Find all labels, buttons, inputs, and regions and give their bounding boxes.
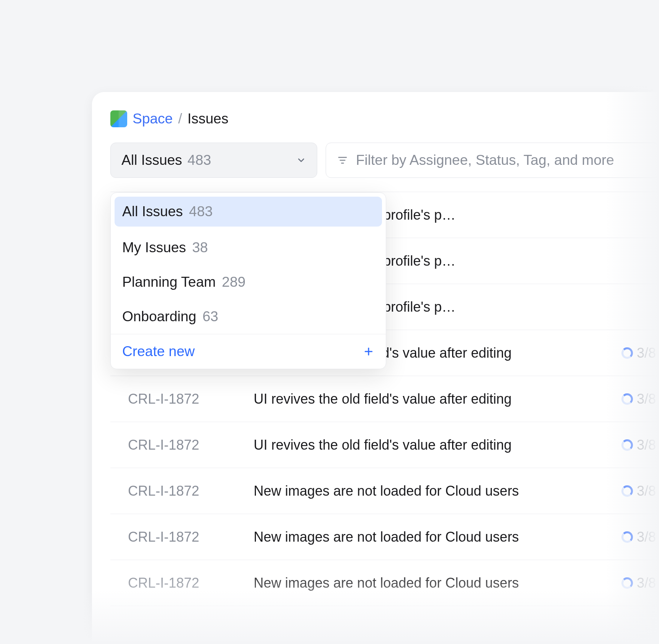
scope-option-count: 483 bbox=[189, 204, 213, 220]
progress-text: 3/8 bbox=[637, 575, 656, 591]
breadcrumb-root-link[interactable]: Space bbox=[133, 111, 173, 127]
filter-icon bbox=[337, 154, 348, 166]
create-new-scope[interactable]: Create new bbox=[111, 334, 386, 369]
scope-option-name: My Issues bbox=[122, 240, 186, 256]
scope-option-count: 289 bbox=[222, 274, 246, 290]
issue-progress: 3/8 bbox=[621, 391, 659, 407]
issue-title: UI revives the old field's value after e… bbox=[254, 391, 603, 407]
filter-input[interactable] bbox=[356, 152, 648, 168]
issue-row[interactable]: CRL-I-1872New images are not loaded for … bbox=[110, 468, 659, 514]
progress-text: 3/8 bbox=[637, 345, 656, 361]
toolbar: All Issues 483 bbox=[110, 143, 659, 178]
issue-progress: 3/8 bbox=[621, 529, 659, 545]
progress-spinner-icon bbox=[621, 577, 633, 589]
issue-title: New images are not loaded for Cloud user… bbox=[254, 483, 603, 499]
issue-id: CRL-I-1872 bbox=[128, 437, 235, 453]
breadcrumb-separator: / bbox=[178, 111, 182, 127]
scope-option-count: 63 bbox=[202, 309, 218, 325]
app-logo-icon bbox=[110, 110, 127, 127]
progress-spinner-icon bbox=[621, 439, 633, 451]
issue-id: CRL-I-1872 bbox=[128, 529, 235, 545]
progress-spinner-icon bbox=[621, 347, 633, 359]
issue-row[interactable]: CRL-I-1872New images are not loaded for … bbox=[110, 514, 659, 560]
scope-option[interactable]: Onboarding63 bbox=[111, 299, 386, 334]
issue-progress: 3/8 bbox=[621, 345, 659, 361]
issue-id: CRL-I-1872 bbox=[128, 483, 235, 499]
issue-progress: 3/8 bbox=[621, 575, 659, 591]
filter-bar[interactable] bbox=[326, 143, 659, 178]
progress-spinner-icon bbox=[621, 393, 633, 405]
progress-text: 3/8 bbox=[637, 437, 656, 453]
issue-title: UI revives the old field's value after e… bbox=[254, 437, 603, 453]
progress-spinner-icon bbox=[621, 485, 633, 497]
scope-option[interactable]: Planning Team289 bbox=[111, 265, 386, 299]
progress-text: 3/8 bbox=[637, 391, 656, 407]
scope-option-name: All Issues bbox=[122, 204, 183, 220]
breadcrumb-current: Issues bbox=[187, 111, 228, 127]
scope-option[interactable]: All Issues483 bbox=[115, 197, 382, 227]
breadcrumb: Space / Issues bbox=[110, 110, 659, 127]
progress-text: 3/8 bbox=[637, 529, 656, 545]
issue-progress: 3/8 bbox=[621, 483, 659, 499]
scope-option-count: 38 bbox=[192, 240, 208, 256]
create-new-label: Create new bbox=[122, 343, 195, 360]
issue-id: CRL-I-1872 bbox=[128, 575, 235, 591]
scope-option-name: Onboarding bbox=[122, 309, 196, 325]
issue-id: CRL-I-1872 bbox=[128, 391, 235, 407]
scope-label: All Issues bbox=[121, 152, 182, 168]
issue-progress: 3/8 bbox=[621, 437, 659, 453]
progress-text: 3/8 bbox=[637, 483, 656, 499]
issue-scope-selector[interactable]: All Issues 483 bbox=[110, 143, 317, 178]
scope-option[interactable]: My Issues38 bbox=[111, 230, 386, 265]
issue-row[interactable]: CRL-I-1872New images are not loaded for … bbox=[110, 560, 659, 606]
issue-row[interactable]: CRL-I-1872UI revives the old field's val… bbox=[110, 422, 659, 468]
scope-dropdown: All Issues483My Issues38Planning Team289… bbox=[110, 192, 386, 369]
progress-spinner-icon bbox=[621, 531, 633, 543]
issue-title: New images are not loaded for Cloud user… bbox=[254, 529, 603, 545]
chevron-down-icon bbox=[296, 155, 306, 165]
scope-count: 483 bbox=[187, 152, 211, 168]
issue-title: New images are not loaded for Cloud user… bbox=[254, 575, 603, 591]
issue-row[interactable]: CRL-I-1872UI revives the old field's val… bbox=[110, 376, 659, 422]
scope-option-name: Planning Team bbox=[122, 274, 216, 290]
plus-icon bbox=[363, 346, 374, 357]
issues-panel: Space / Issues All Issues 483 CRL-I-1872… bbox=[92, 92, 659, 644]
